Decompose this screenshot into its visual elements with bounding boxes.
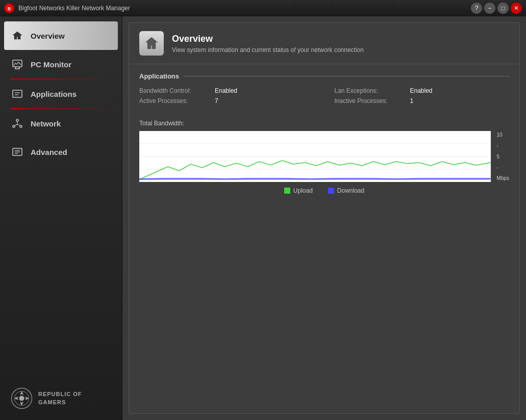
window-controls: ? − □ ✕: [471, 3, 522, 14]
page-header: Overview View system information and cur…: [129, 23, 519, 64]
overview-label: Overview: [31, 32, 65, 40]
applications-section-title: Applications: [139, 72, 509, 80]
y-label-dash2: -: [497, 165, 509, 170]
y-label-unit: Mbps: [497, 175, 509, 181]
bandwidth-chart: [139, 131, 491, 182]
advanced-label: Advanced: [31, 148, 67, 156]
download-legend-icon: [328, 188, 334, 194]
advanced-icon: [10, 145, 24, 159]
stat-row-active-processes: Active Processes: 7: [139, 97, 314, 104]
pc-monitor-label: PC Monitor: [31, 60, 71, 69]
chart-legend: Upload Download: [139, 187, 509, 194]
legend-upload: Upload: [284, 187, 313, 194]
active-processes-label: Active Processes:: [139, 97, 211, 104]
svg-rect-6: [13, 90, 22, 97]
content-area: Overview View system information and cur…: [122, 16, 526, 420]
rog-logo: REPUBLIC OF GAMERS: [10, 387, 82, 410]
svg-point-11: [20, 125, 22, 127]
sidebar-item-advanced[interactable]: Advanced: [0, 138, 122, 166]
stat-row-bandwidth-control: Bandwidth Control: Enabled: [139, 87, 314, 94]
inactive-processes-value: 1: [410, 97, 414, 104]
stat-row-inactive-processes: Inactive Processes: 1: [335, 97, 510, 104]
svg-rect-28: [328, 188, 334, 194]
sidebar-item-network[interactable]: Network: [0, 109, 122, 138]
bandwidth-control-label: Bandwidth Control:: [139, 87, 211, 94]
home-icon: [10, 29, 24, 43]
lan-exceptions-value: Enabled: [410, 87, 433, 94]
svg-rect-27: [284, 188, 290, 194]
app-logo: B: [4, 3, 14, 13]
stat-row-lan-exceptions: Lan Exceptions: Enabled: [335, 87, 510, 94]
main-layout: Overview PC Monitor: [0, 16, 526, 420]
page-subtitle: View system information and current stat…: [172, 46, 364, 54]
stats-grid: Bandwidth Control: Enabled Lan Exception…: [139, 87, 509, 104]
y-label-10: 10: [497, 132, 509, 138]
bandwidth-label: Total Bandwidth:: [139, 120, 509, 127]
chart-container: 10 - 5 - Mbps: [139, 131, 509, 182]
y-label-dash1: -: [497, 143, 509, 148]
upload-legend-label: Upload: [293, 187, 313, 194]
bandwidth-section: Total Bandwidth:: [129, 120, 519, 202]
maximize-button[interactable]: □: [497, 3, 509, 14]
rog-emblem-icon: [10, 387, 33, 410]
active-processes-value: 7: [215, 97, 218, 104]
svg-text:B: B: [8, 6, 11, 11]
applications-label: Applications: [31, 90, 77, 98]
svg-point-10: [13, 125, 15, 127]
rog-brand-text: REPUBLIC OF GAMERS: [38, 390, 82, 406]
content-panel: Overview View system information and cur…: [129, 22, 520, 414]
download-legend-label: Download: [337, 187, 364, 194]
svg-point-9: [16, 119, 18, 121]
app-title: Bigfoot Networks Killer Network Manager: [18, 5, 471, 12]
inactive-processes-label: Inactive Processes:: [335, 97, 406, 104]
monitor-icon: [10, 57, 24, 71]
page-header-info: Overview View system information and cur…: [172, 34, 364, 54]
titlebar: B Bigfoot Networks Killer Network Manage…: [0, 0, 526, 16]
upload-legend-icon: [284, 188, 290, 194]
page-title: Overview: [172, 34, 364, 44]
svg-line-13: [15, 124, 17, 125]
network-label: Network: [31, 119, 61, 128]
help-button[interactable]: ?: [471, 3, 482, 14]
applications-icon: [10, 87, 24, 101]
y-label-5: 5: [497, 154, 509, 160]
page-header-icon: [139, 31, 164, 56]
sidebar-item-applications[interactable]: Applications: [0, 80, 122, 108]
legend-download: Download: [328, 187, 364, 194]
svg-line-14: [17, 124, 20, 125]
sidebar-item-pc-monitor[interactable]: PC Monitor: [0, 50, 122, 78]
svg-point-21: [19, 396, 24, 401]
sidebar-footer: REPUBLIC OF GAMERS: [0, 377, 122, 420]
bandwidth-chart-svg: [139, 131, 491, 182]
network-icon: [10, 116, 24, 130]
sidebar-item-overview[interactable]: Overview: [4, 21, 118, 50]
lan-exceptions-label: Lan Exceptions:: [335, 87, 406, 94]
bandwidth-control-value: Enabled: [215, 87, 237, 94]
applications-section: Applications Bandwidth Control: Enabled …: [129, 64, 519, 120]
y-axis: 10 - 5 - Mbps: [495, 131, 509, 182]
minimize-button[interactable]: −: [484, 3, 495, 14]
close-button[interactable]: ✕: [511, 3, 522, 14]
sidebar: Overview PC Monitor: [0, 16, 122, 420]
